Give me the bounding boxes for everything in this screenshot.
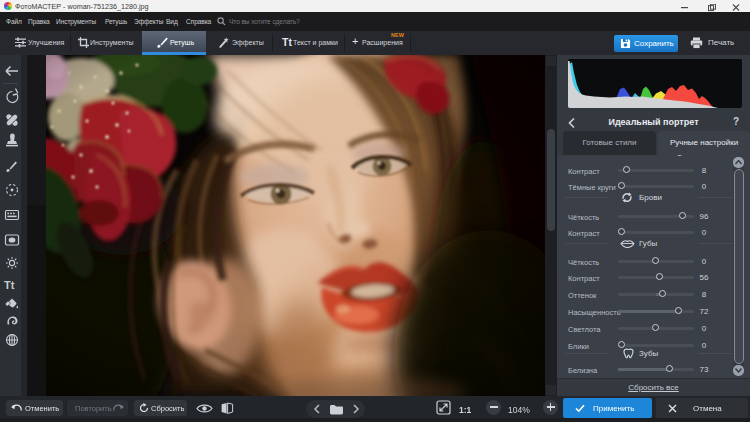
svg-text:Tt: Tt [4,279,15,291]
